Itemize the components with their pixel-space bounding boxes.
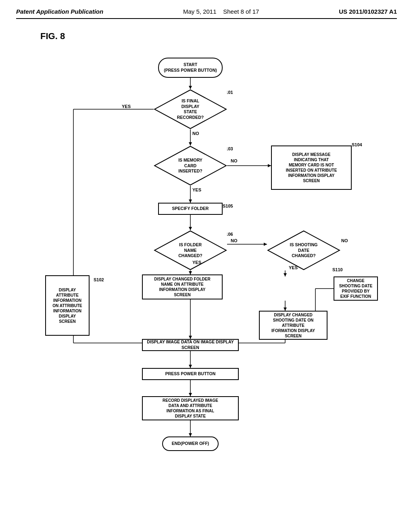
s112-text: PRESS POWER BUTTON	[165, 371, 216, 377]
svg-marker-31	[189, 393, 192, 396]
s105-text: SPECIFY FOLDER	[172, 206, 209, 212]
s106-text: IS FOLDER NAMECHANGED?	[174, 242, 206, 259]
s107-text: DISPLAY CHANGED FOLDERNAME ON ATTRIBUTEI…	[154, 276, 210, 297]
s108-no-label: NO	[341, 238, 348, 243]
svg-marker-14	[189, 271, 192, 274]
publication-title: Patent Application Publication	[16, 8, 103, 15]
svg-marker-33	[189, 433, 192, 436]
s109-box: DISPLAY CHANGEDSHOOTING DATE ONATTRIBUTE…	[259, 311, 327, 340]
publication-date: May 5, 2011	[183, 8, 217, 15]
s113-box: RECORD DISPLAYED IMAGEDATA AND ATTRIBUTE…	[142, 396, 239, 420]
s104-box: DISPLAY MESSAGEINDICATING THATMEMORY CAR…	[271, 145, 352, 190]
flowchart: START (PRESS POWER BUTTON) S101 IS FINAL…	[33, 50, 380, 505]
svg-marker-6	[189, 142, 192, 145]
s101-text: IS FINALDISPLAY STATERECORDED?	[174, 98, 206, 121]
svg-marker-23	[189, 336, 192, 339]
sheet-info: Sheet 8 of 17	[223, 8, 259, 15]
s105-box: SPECIFY FOLDER	[158, 203, 223, 215]
s106-no-label: NO	[231, 238, 238, 243]
s106-yes-label: YES	[192, 260, 201, 265]
s103-text: IS MEMORYCARDINSERTED?	[174, 158, 206, 174]
start-node: START (PRESS POWER BUTTON)	[158, 58, 223, 78]
header-date-sheet: May 5, 2011 Sheet 8 of 17	[183, 8, 259, 15]
s113-text: RECORD DISPLAYED IMAGEDATA AND ATTRIBUTE…	[163, 398, 218, 419]
end-node: END(POWER OFF)	[162, 436, 219, 451]
s102-label: S102	[94, 277, 104, 282]
s107-box: DISPLAY CHANGED FOLDERNAME ON ATTRIBUTEI…	[142, 274, 223, 299]
svg-marker-19	[284, 273, 287, 276]
s101-yes-label: YES	[122, 104, 131, 109]
s101-no-label: NO	[192, 131, 199, 136]
svg-marker-8	[268, 164, 271, 167]
s111-box: DISPLAY IMAGE DATA ON IMAGE DISPLAY SCRE…	[142, 339, 239, 351]
s103-diamond: IS MEMORYCARDINSERTED?	[154, 145, 227, 186]
s102-box: DISPLAYATTRIBUTEINFORMATIONON ATTRIBUTEI…	[45, 275, 90, 336]
s103-yes-label: YES	[192, 187, 201, 192]
s106-diamond: IS FOLDER NAMECHANGED?	[154, 230, 227, 270]
svg-marker-10	[189, 200, 192, 203]
s110-box: CHANGESHOOTING DATEPROVIDED BYEXIF FUNCT…	[334, 276, 378, 301]
s112-box: PRESS POWER BUTTON	[142, 368, 239, 380]
start-label: START (PRESS POWER BUTTON)	[164, 62, 217, 73]
figure-label: FIG. 8	[40, 31, 397, 42]
s103-no-label: NO	[231, 158, 238, 163]
svg-marker-16	[264, 243, 267, 246]
svg-marker-21	[284, 308, 287, 311]
svg-marker-1	[189, 86, 192, 89]
svg-marker-29	[189, 365, 192, 368]
s111-text: DISPLAY IMAGE DATA ON IMAGE DISPLAY SCRE…	[143, 339, 238, 350]
s104-label: S104	[352, 142, 362, 147]
s110-label: S110	[332, 267, 343, 272]
s108-yes-label: YES	[289, 265, 298, 270]
s108-diamond: IS SHOOTINGDATECHANGED?	[267, 230, 340, 270]
end-label: END(POWER OFF)	[172, 441, 209, 447]
s101-diamond: IS FINALDISPLAY STATERECORDED?	[154, 89, 227, 129]
s110-text: CHANGESHOOTING DATEPROVIDED BYEXIF FUNCT…	[339, 278, 373, 299]
patent-number: US 2011/0102327 A1	[339, 8, 397, 15]
s104-text: DISPLAY MESSAGEINDICATING THATMEMORY CAR…	[286, 152, 337, 183]
s105-label: S105	[223, 204, 233, 208]
header: Patent Application Publication May 5, 20…	[16, 8, 397, 19]
s102-text: DISPLAYATTRIBUTEINFORMATIONON ATTRIBUTEI…	[52, 287, 82, 324]
s109-text: DISPLAY CHANGEDSHOOTING DATE ONATTRIBUTE…	[271, 312, 315, 339]
page: Patent Application Publication May 5, 20…	[0, 0, 413, 532]
s108-text: IS SHOOTINGDATECHANGED?	[288, 242, 320, 259]
svg-marker-12	[189, 227, 192, 230]
